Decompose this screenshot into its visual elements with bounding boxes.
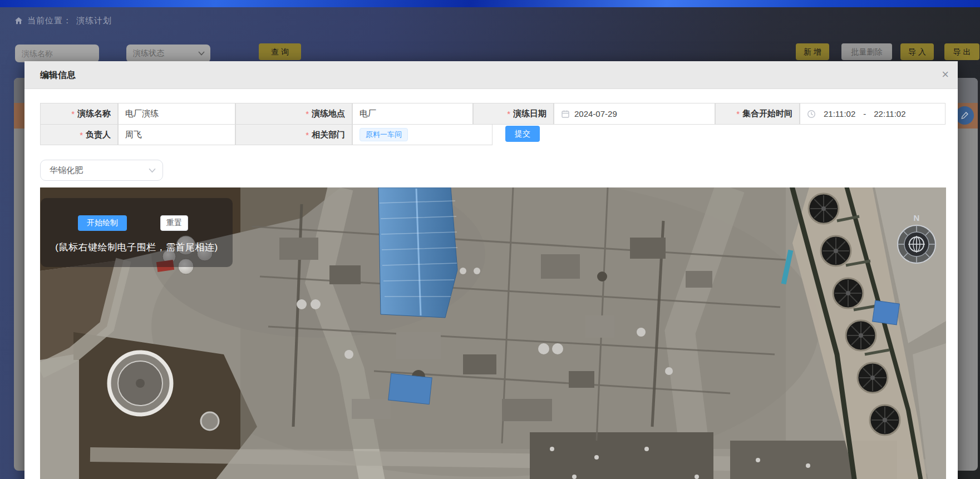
required-mark: * xyxy=(71,109,75,118)
owner-value: 周飞 xyxy=(125,130,142,140)
drill-place-label-cell: * 演练地点 xyxy=(235,103,352,125)
screen: 当前位置： 演练计划 演练状态 查 询 新 增 批量删除 导 入 导 出 编辑信… xyxy=(0,0,980,479)
drill-place-field[interactable]: 电厂 xyxy=(352,103,473,125)
draw-tools-panel: 开始绘制 重置 (鼠标右键绘制电子围栏，需首尾相连) xyxy=(41,198,233,267)
breadcrumb: 当前位置： 演练计划 xyxy=(14,16,112,26)
modal-title: 编辑信息 xyxy=(40,61,76,89)
drill-place-label: 演练地点 xyxy=(312,108,345,119)
drill-name-label-cell: * 演练名称 xyxy=(40,103,118,125)
edit-row-button[interactable] xyxy=(956,106,974,125)
owner-field[interactable]: 周飞 xyxy=(118,124,235,145)
import-button[interactable]: 导 入 xyxy=(900,43,934,60)
draw-hint-text: (鼠标右键绘制电子围栏，需首尾相连) xyxy=(41,241,233,254)
start-draw-button[interactable]: 开始绘制 xyxy=(78,215,127,231)
breadcrumb-current: 演练计划 xyxy=(76,16,112,26)
drill-date-value: 2024-07-29 xyxy=(574,109,617,118)
pencil-icon xyxy=(961,111,969,120)
reset-button[interactable]: 重置 xyxy=(160,215,188,231)
drill-status-placeholder: 演练状态 xyxy=(133,48,164,58)
submit-button[interactable]: 提交 xyxy=(505,126,540,142)
compass-north-label: N xyxy=(914,213,920,223)
search-button[interactable]: 查 询 xyxy=(259,43,301,60)
time-start-value: 21:11:02 xyxy=(824,109,855,118)
time-end-value: 22:11:02 xyxy=(874,109,905,118)
drill-name-field[interactable]: 电厂演练 xyxy=(118,103,235,125)
breadcrumb-prefix: 当前位置： xyxy=(27,16,72,26)
dept-tag[interactable]: 原料一车间 xyxy=(360,128,408,141)
gather-time-label: 集合开始时间 xyxy=(742,108,792,119)
drill-place-value: 电厂 xyxy=(360,108,376,119)
required-mark: * xyxy=(306,130,309,140)
time-separator: - xyxy=(863,109,866,118)
chevron-down-icon xyxy=(198,51,205,56)
drill-date-label-cell: * 演练日期 xyxy=(473,103,554,125)
export-button[interactable]: 导 出 xyxy=(944,43,979,60)
edit-info-modal: 编辑信息 × * 演练名称 电厂演练 * 演练地点 电厂 * 演练日期 2024… xyxy=(24,61,958,479)
dept-label-cell: * 相关部门 xyxy=(235,124,352,145)
owner-label-cell: * 负责人 xyxy=(40,124,118,145)
drill-date-label: 演练日期 xyxy=(513,108,546,119)
drill-name-label: 演练名称 xyxy=(77,108,111,119)
calendar-icon xyxy=(561,110,570,118)
org-select-value: 华锦化肥 xyxy=(50,165,83,176)
clock-icon xyxy=(807,110,816,118)
add-button[interactable]: 新 增 xyxy=(796,43,829,60)
dept-field[interactable]: 原料一车间 xyxy=(352,124,493,145)
close-icon[interactable]: × xyxy=(942,67,949,82)
window-top-strip xyxy=(0,0,980,7)
required-mark: * xyxy=(80,130,83,140)
required-mark: * xyxy=(736,109,740,118)
drill-name-value: 电厂演练 xyxy=(125,108,159,119)
drill-date-field[interactable]: 2024-07-29 xyxy=(554,103,715,125)
owner-label: 负责人 xyxy=(86,130,111,140)
dept-label: 相关部门 xyxy=(312,130,345,140)
batch-delete-button[interactable]: 批量删除 xyxy=(841,43,892,60)
required-mark: * xyxy=(507,109,510,118)
gather-time-range-field[interactable]: 21:11:02 - 22:11:02 xyxy=(800,103,945,125)
aerial-map[interactable]: 开始绘制 重置 (鼠标右键绘制电子围栏，需首尾相连) N xyxy=(40,187,946,479)
drill-name-input[interactable] xyxy=(15,45,99,62)
required-mark: * xyxy=(306,109,309,118)
chevron-down-icon xyxy=(149,168,156,173)
org-select[interactable]: 华锦化肥 xyxy=(40,160,163,181)
gather-time-label-cell: * 集合开始时间 xyxy=(715,103,800,125)
modal-header: 编辑信息 × xyxy=(24,61,958,89)
compass-control[interactable]: N xyxy=(883,209,946,275)
home-icon xyxy=(14,17,23,25)
drill-status-select[interactable]: 演练状态 xyxy=(126,45,210,62)
